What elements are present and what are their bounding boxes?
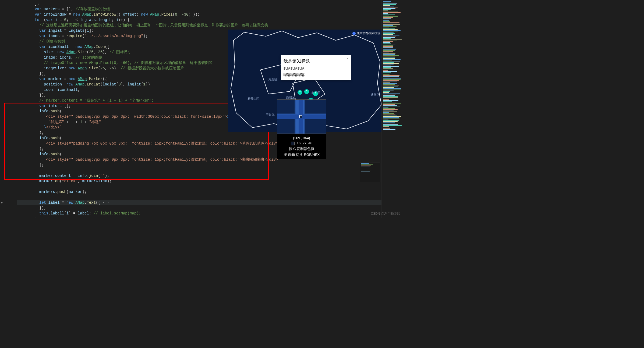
map-marker[interactable] [304, 89, 309, 94]
picker-hint-copy: 按 C 复制颜色值 [278, 146, 325, 152]
code-token: // Icon的图像 [75, 55, 102, 60]
code-token: : [136, 12, 141, 17]
code-token: , [105, 66, 109, 71]
code-token: = []; [60, 6, 73, 12]
code-token: 26 [98, 49, 103, 55]
code-line[interactable]: var infoWindow = new AMap.InfoWindow({ o… [17, 12, 403, 17]
code-token: . [87, 76, 89, 82]
code-line[interactable]: let label = new AMap.Text({ ··· [17, 200, 403, 205]
code-token: [ [116, 82, 118, 87]
code-token: [ [84, 28, 87, 33]
code-token: . [87, 173, 89, 178]
code-token: . [84, 200, 87, 205]
gutter[interactable]: ▶ [0, 0, 13, 218]
code-token: . [87, 66, 89, 71]
code-token: i [55, 17, 57, 23]
code-token: + [73, 119, 80, 125]
info-window[interactable]: × 我是第31标题 叭叭叭叭叭叭 嘟嘟嘟嘟嘟嘟 [281, 55, 351, 80]
code-token: markers [44, 6, 60, 12]
code-token: = [60, 33, 66, 39]
code-line[interactable]: marker.on("click", markerClick); [17, 178, 403, 184]
code-token: = [66, 12, 73, 17]
code-token: ]), [146, 82, 152, 87]
code-token: , [71, 55, 76, 60]
code-token: "../../assets/map/img.png" [84, 33, 143, 39]
code-token: "click" [62, 178, 78, 184]
code-token: ( [98, 173, 100, 178]
code-line[interactable]: info.push( [17, 152, 403, 157]
code-token: i [71, 119, 73, 125]
close-icon[interactable]: × [346, 56, 349, 61]
code-token: var [39, 44, 48, 49]
code-line[interactable]: } [17, 216, 403, 218]
minimap-thumbnail[interactable] [360, 163, 380, 182]
code-token: AMap [75, 200, 84, 205]
code-line[interactable] [17, 184, 403, 189]
code-token: ), [102, 49, 109, 55]
code-line[interactable]: var markers = []; //存放覆盖物的数组 [17, 6, 403, 12]
code-token: ); [107, 178, 112, 184]
code-token: ), [114, 66, 121, 71]
code-token: marker [69, 189, 82, 195]
code-line[interactable]: // 这就是去遍历需要添加覆盖物图片的数组，让他的每一项上面加一个图片，只需要用… [17, 23, 403, 28]
map-marker[interactable] [298, 90, 302, 95]
code-token: info [39, 152, 48, 157]
picker-coords: (269 , 364) [278, 135, 325, 141]
code-token: new [69, 66, 78, 71]
code-token: + [64, 119, 71, 125]
code-token: ( [60, 109, 62, 114]
code-token: ; [66, 17, 71, 23]
code-token: markers [39, 189, 55, 195]
code-token: require [66, 33, 82, 39]
chevron-right-icon[interactable]: ▶ [1, 201, 3, 204]
code-line[interactable]: info.push( [17, 135, 403, 141]
code-token: push [51, 135, 60, 141]
code-token: ); [39, 146, 44, 152]
code-token: offset [123, 12, 136, 17]
code-token: : [55, 55, 60, 60]
code-token: ] = [69, 211, 78, 216]
code-token: ++) { [118, 17, 130, 23]
code-token: "标题" [89, 119, 101, 125]
code-line[interactable]: for (var i = 0; i < lnglats.length; i++)… [17, 17, 403, 23]
code-line[interactable]: this.labell[i] = label; // label.setMap(… [17, 211, 403, 216]
code-token: // 根据所设置的大小拉伸或压缩图片 [121, 66, 184, 71]
code-token: . [48, 109, 51, 114]
code-line[interactable]: ); [17, 146, 403, 152]
code-token: . [53, 173, 55, 178]
code-token: push [51, 109, 60, 114]
code-token: 0 [118, 82, 121, 87]
code-token: AMap [150, 12, 159, 17]
code-line[interactable]: }); [17, 205, 403, 211]
code-line[interactable]: `<div style="padding:7px 0px 0px 3px; fo… [17, 141, 403, 146]
code-line[interactable]: ]; [17, 1, 403, 6]
code-token: icons [48, 33, 60, 39]
code-line[interactable]: `<div style=" padding:7px 0px 0px 3px; f… [17, 157, 403, 162]
code-token: ); [105, 173, 109, 178]
minimap[interactable] [381, 0, 403, 218]
code-token: , [78, 87, 80, 92]
code-token: ({ [116, 12, 123, 17]
airport-label-text: 北京首都国际机场 [357, 31, 380, 35]
code-line[interactable]: ); [17, 162, 403, 168]
picker-hint-shift: 按 Shift 切换 RGB/HEX [278, 152, 325, 158]
code-line[interactable]: markers.push(marker); [17, 189, 403, 195]
code-token: = [69, 44, 75, 49]
code-token: }); [39, 92, 46, 98]
code-token: new [69, 76, 78, 82]
code-token: ( [66, 189, 69, 195]
code-line[interactable] [17, 195, 403, 200]
code-line[interactable]: marker.content = info.join(""); [17, 173, 403, 178]
code-token: info [39, 109, 48, 114]
code-token: ({ [102, 76, 107, 82]
code-token: labell [51, 211, 64, 216]
code-token: let [39, 200, 48, 205]
code-token: } [35, 216, 37, 218]
code-token: lnglat [102, 82, 116, 87]
code-token: = [57, 17, 64, 23]
code-token: , [177, 12, 182, 17]
code-token: // 图标尺寸 [109, 49, 131, 55]
code-token: lnglat [128, 82, 141, 87]
code-line[interactable] [17, 168, 403, 173]
map-marker[interactable] [313, 91, 318, 96]
